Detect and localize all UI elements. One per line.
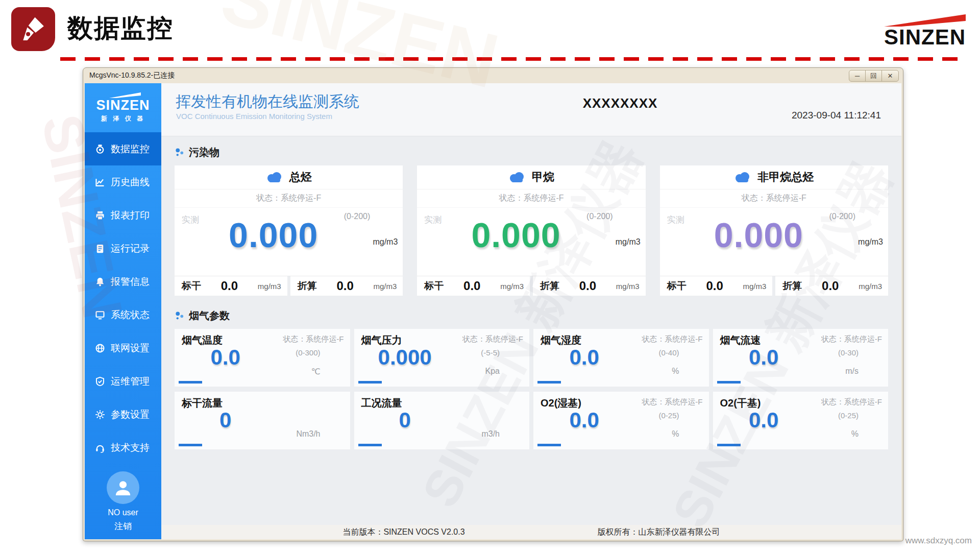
slide-canvas: SINZEN SINZEN 数据监控 SINZEN www.sdxzyq.com… xyxy=(0,0,980,551)
network-settings-icon xyxy=(95,343,105,353)
card-accent-bar xyxy=(717,444,741,446)
measured-value: 0.000 xyxy=(417,215,615,255)
measured-value: 0.000 xyxy=(660,215,857,255)
dry-basis-value: 标干 0.0 mg/m3 xyxy=(417,276,530,296)
value-area: 实测 (0-200) 0.000 mg/m3 xyxy=(660,207,888,276)
range-label: (0-25) xyxy=(838,411,859,420)
sidebar-item-label: 报表打印 xyxy=(111,209,150,222)
sidebar-item-system-status[interactable]: 系统状态 xyxy=(85,298,161,331)
card-header: 甲烷 xyxy=(417,165,645,189)
logout-button[interactable]: 注销 xyxy=(114,520,132,532)
card-accent-bar xyxy=(717,381,741,384)
dry-basis-value: 标干 0.0 mg/m3 xyxy=(175,276,287,296)
sidebar-item-history-curve[interactable]: 历史曲线 xyxy=(85,165,161,199)
section-dots-icon xyxy=(175,148,185,158)
sidebar-item-maintenance[interactable]: 运维管理 xyxy=(85,365,161,398)
sub-unit: mg/m3 xyxy=(616,282,646,291)
card-header: 非甲烷总烃 xyxy=(660,165,888,189)
flue-card-pressure: 烟气压力 状态：系统停运-F (-5-5) 0.000 Kpa xyxy=(354,329,530,387)
status-text: 状态：系统停运-F xyxy=(821,397,882,407)
pollutant-name: 总烃 xyxy=(289,170,312,185)
sub-label: 标干 xyxy=(660,279,687,293)
unit-label: ℃ xyxy=(311,367,321,376)
sidebar-logo-text: SINZEN xyxy=(96,99,150,112)
maximize-button[interactable]: 回 xyxy=(866,70,882,81)
sidebar-item-parameter-settings[interactable]: 参数设置 xyxy=(85,398,161,431)
history-curve-icon xyxy=(95,177,105,187)
user-avatar[interactable] xyxy=(107,471,139,504)
card-accent-bar xyxy=(537,444,561,446)
section-title: 烟气参数 xyxy=(189,309,230,323)
sidebar-item-label: 数据监控 xyxy=(111,142,150,156)
maintenance-icon xyxy=(95,376,105,387)
sidebar: SINZEN 新 泽 仪 器 数据监控 xyxy=(85,83,161,539)
sidebar-item-tech-support[interactable]: 技术支持 xyxy=(85,431,161,464)
sidebar-item-label: 报警信息 xyxy=(111,275,150,289)
flue-card-humidity: 烟气湿度 状态：系统停运-F (0-40) 0.0 % xyxy=(533,329,709,387)
app-header: 挥发性有机物在线监测系统 VOC Continuous Emission Mon… xyxy=(161,83,901,136)
converted-value: 折算 0.0 mg/m3 xyxy=(533,276,646,296)
sidebar-item-report-print[interactable]: 报表打印 xyxy=(85,199,161,232)
cloud-icon xyxy=(508,171,526,183)
converted-value: 折算 0.0 mg/m3 xyxy=(775,276,888,296)
status-text: 状态：系统停运-F xyxy=(283,334,344,344)
version-text: 当前版本：SINZEN VOCS V2.0.3 xyxy=(342,527,464,538)
card-accent-bar xyxy=(358,444,382,446)
value-area: 实测 (0-200) 0.000 mg/m3 xyxy=(175,207,403,276)
sub-label: 折算 xyxy=(290,279,317,293)
sidebar-item-label: 运维管理 xyxy=(111,375,150,388)
sidebar-item-label: 系统状态 xyxy=(111,308,150,322)
app-subtitle: VOC Continuous Emission Monitoring Syste… xyxy=(176,112,332,121)
unit-label: mg/m3 xyxy=(858,237,883,247)
unit-label: mg/m3 xyxy=(616,237,641,247)
minimize-button[interactable]: ─ xyxy=(849,70,866,81)
status-text: 状态：系统停运-F xyxy=(642,334,702,344)
website-url: www.sdxzyq.com xyxy=(905,536,972,546)
card-accent-bar xyxy=(358,381,382,384)
brand-logo: SINZEN xyxy=(859,14,966,47)
unit-label: % xyxy=(672,429,679,439)
converted-value: 折算 0.0 mg/m3 xyxy=(290,276,403,296)
sub-label: 标干 xyxy=(417,279,444,293)
sub-label: 折算 xyxy=(533,279,559,293)
param-value: 0.0 xyxy=(533,408,635,433)
vnc-window: McgsVnc-10.9.85.2-已连接 ─ 回 ✕ SINZEN 新 泽 仪… xyxy=(83,67,903,541)
status-text: 状态：系统停运-F xyxy=(417,189,645,207)
param-value: 0 xyxy=(175,408,276,433)
sub-unit: mg/m3 xyxy=(500,282,530,291)
card-header: 总烃 xyxy=(175,165,403,189)
flue-card-o2-wet: O2(湿基) 状态：系统停运-F (0-25) 0.0 % xyxy=(533,392,709,449)
flue-card-o2-dry: O2(干基) 状态：系统停运-F (0-25) 0.0 % xyxy=(713,392,889,449)
sub-value: 0.0 xyxy=(802,279,859,293)
card-accent-bar xyxy=(179,381,202,384)
range-label: (0-25) xyxy=(658,411,679,420)
close-button[interactable]: ✕ xyxy=(882,70,898,81)
flue-card-velocity: 烟气流速 状态：系统停运-F (0-30) 0.0 m/s xyxy=(713,329,889,387)
sub-value: 0.0 xyxy=(201,279,258,293)
cloud-icon xyxy=(266,171,283,183)
pollutant-name: 非甲烷总烃 xyxy=(757,170,814,185)
sidebar-item-label: 技术支持 xyxy=(111,441,150,454)
alarm-info-icon xyxy=(95,277,105,287)
sidebar-item-network-settings[interactable]: 联网设置 xyxy=(85,331,161,365)
sidebar-item-data-monitor[interactable]: 数据监控 xyxy=(85,132,161,165)
flue-card-temperature: 烟气温度 状态：系统停运-F (0-300) 0.0 ℃ xyxy=(175,329,350,387)
pollutant-name: 甲烷 xyxy=(532,170,554,185)
unit-label: mg/m3 xyxy=(373,237,398,247)
red-dashed-divider xyxy=(60,57,963,61)
dry-basis-value: 标干 0.0 mg/m3 xyxy=(660,276,773,296)
window-titlebar[interactable]: McgsVnc-10.9.85.2-已连接 ─ 回 ✕ xyxy=(83,68,903,83)
param-value: 0 xyxy=(354,408,456,433)
unit-label: % xyxy=(672,367,679,376)
pen-logo xyxy=(11,7,55,51)
sidebar-item-alarm-info[interactable]: 报警信息 xyxy=(85,265,161,298)
sub-values-row: 标干 0.0 mg/m3 折算 0.0 mg/m3 xyxy=(175,276,403,296)
station-name: XXXXXXXX xyxy=(583,95,658,111)
sidebar-item-run-record[interactable]: 运行记录 xyxy=(85,232,161,265)
sidebar-item-label: 历史曲线 xyxy=(111,176,150,189)
status-text: 状态：系统停运-F xyxy=(821,334,882,344)
sidebar-user-block: NO user 注销 xyxy=(85,471,161,539)
sidebar-item-label: 运行记录 xyxy=(111,242,150,255)
flue-card-actual-flow: 工况流量 0 m3/h xyxy=(354,392,530,449)
main-panel: 挥发性有机物在线监测系统 VOC Continuous Emission Mon… xyxy=(161,83,901,539)
